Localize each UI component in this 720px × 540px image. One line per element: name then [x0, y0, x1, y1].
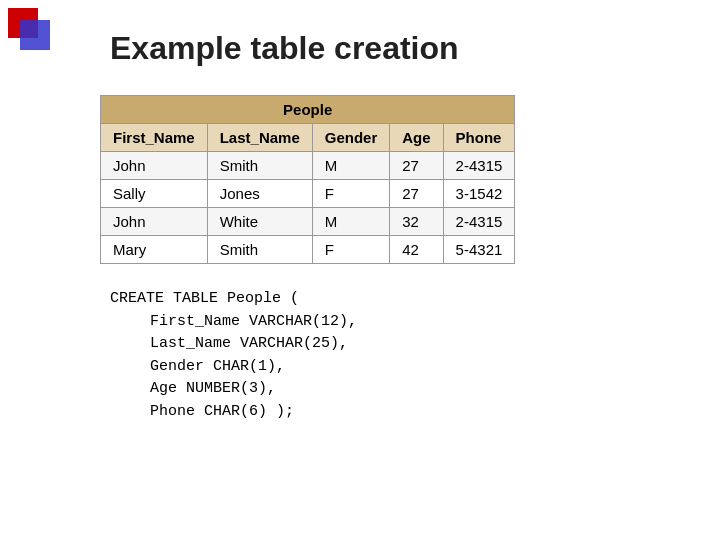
cell-firstname: Mary [101, 236, 208, 264]
cell-gender: M [312, 152, 390, 180]
col-header-firstname: First_Name [101, 124, 208, 152]
cell-lastname: Smith [207, 152, 312, 180]
cell-lastname: Jones [207, 180, 312, 208]
table-header-row: First_Name Last_Name Gender Age Phone [101, 124, 515, 152]
cell-age: 32 [390, 208, 443, 236]
col-header-lastname: Last_Name [207, 124, 312, 152]
cell-phone: 2-4315 [443, 208, 515, 236]
table-row: John Smith M 27 2-4315 [101, 152, 515, 180]
people-table: People First_Name Last_Name Gender Age P… [100, 95, 515, 264]
table-row: Mary Smith F 42 5-4321 [101, 236, 515, 264]
cell-firstname: John [101, 152, 208, 180]
cell-age: 27 [390, 180, 443, 208]
corner-decoration [0, 0, 60, 60]
sql-line-4: Gender CHAR(1), [150, 356, 680, 379]
cell-firstname: Sally [101, 180, 208, 208]
table-row: John White M 32 2-4315 [101, 208, 515, 236]
slide-title: Example table creation [110, 30, 680, 67]
sql-line-5: Age NUMBER(3), [150, 378, 680, 401]
slide: Example table creation People First_Name… [0, 0, 720, 540]
table-caption: People [101, 96, 515, 124]
table-caption-row: People [101, 96, 515, 124]
table-row: Sally Jones F 27 3-1542 [101, 180, 515, 208]
cell-age: 27 [390, 152, 443, 180]
col-header-gender: Gender [312, 124, 390, 152]
cell-gender: F [312, 180, 390, 208]
cell-lastname: White [207, 208, 312, 236]
cell-gender: F [312, 236, 390, 264]
sql-line-6: Phone CHAR(6) ); [150, 401, 680, 424]
cell-phone: 5-4321 [443, 236, 515, 264]
col-header-phone: Phone [443, 124, 515, 152]
cell-lastname: Smith [207, 236, 312, 264]
col-header-age: Age [390, 124, 443, 152]
sql-line-3: Last_Name VARCHAR(25), [150, 333, 680, 356]
content-area: People First_Name Last_Name Gender Age P… [100, 95, 680, 423]
blue-square [20, 20, 50, 50]
cell-gender: M [312, 208, 390, 236]
cell-phone: 3-1542 [443, 180, 515, 208]
cell-age: 42 [390, 236, 443, 264]
cell-firstname: John [101, 208, 208, 236]
sql-code-block: CREATE TABLE People ( First_Name VARCHAR… [110, 288, 680, 423]
cell-phone: 2-4315 [443, 152, 515, 180]
sql-line-2: First_Name VARCHAR(12), [150, 311, 680, 334]
sql-line-1: CREATE TABLE People ( [110, 288, 680, 311]
